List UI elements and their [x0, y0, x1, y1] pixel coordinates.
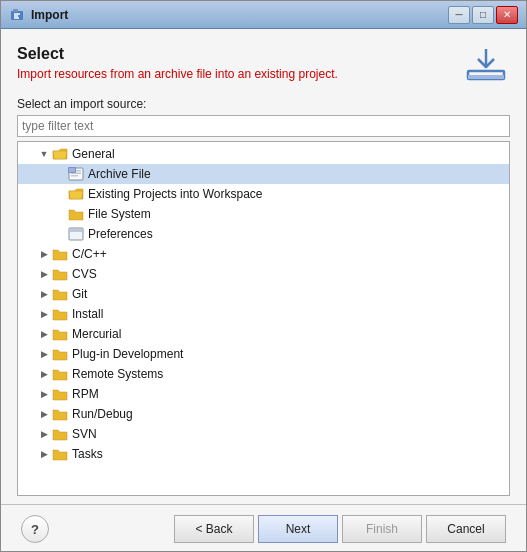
- tree-item-label-plugin-dev: Plug-in Development: [72, 347, 183, 361]
- page-subtitle: Import resources from an archive file in…: [17, 67, 462, 81]
- tree-list[interactable]: ▼ General: [18, 142, 509, 495]
- folder-install-icon: [52, 307, 68, 321]
- tree-item-install[interactable]: ▶ Install: [18, 304, 509, 324]
- svg-rect-12: [69, 168, 75, 172]
- preferences-icon: [68, 227, 84, 241]
- tree-item-existing-projects[interactable]: Existing Projects into Workspace: [18, 184, 509, 204]
- next-button[interactable]: Next: [258, 515, 338, 543]
- tree-item-label-run-debug: Run/Debug: [72, 407, 133, 421]
- cancel-button[interactable]: Cancel: [426, 515, 506, 543]
- expand-icon-cpp: ▶: [38, 248, 50, 260]
- expand-icon-mercurial: ▶: [38, 328, 50, 340]
- tree-item-rpm[interactable]: ▶ RPM: [18, 384, 509, 404]
- folder-cvs-icon: [52, 267, 68, 281]
- tree-item-label-cpp: C/C++: [72, 247, 107, 261]
- svg-rect-1: [13, 9, 18, 12]
- svg-rect-6: [468, 75, 504, 79]
- tree-item-label-preferences: Preferences: [88, 227, 153, 241]
- folder-tasks-icon: [52, 447, 68, 461]
- tree-item-label-mercurial: Mercurial: [72, 327, 121, 341]
- tree-item-plugin-dev[interactable]: ▶ Plug-in Development: [18, 344, 509, 364]
- tree-item-cvs[interactable]: ▶ CVS: [18, 264, 509, 284]
- help-button[interactable]: ?: [21, 515, 49, 543]
- svg-rect-14: [70, 229, 82, 232]
- header-section: Select Import resources from an archive …: [17, 45, 510, 85]
- tree-item-archive-file[interactable]: Archive File: [18, 164, 509, 184]
- folder-rpm-icon: [52, 387, 68, 401]
- tree-item-label-general: General: [72, 147, 115, 161]
- expand-icon-plugin-dev: ▶: [38, 348, 50, 360]
- folder-remote-systems-icon: [52, 367, 68, 381]
- finish-button[interactable]: Finish: [342, 515, 422, 543]
- tree-item-label-archive-file: Archive File: [88, 167, 151, 181]
- folder-plugin-dev-icon: [52, 347, 68, 361]
- tree-item-label-git: Git: [72, 287, 87, 301]
- tree-item-label-file-system: File System: [88, 207, 151, 221]
- folder-svn-icon: [52, 427, 68, 441]
- bottom-section: ? < Back Next Finish Cancel: [17, 496, 510, 543]
- tree-item-label-remote-systems: Remote Systems: [72, 367, 163, 381]
- tree-item-label-svn: SVN: [72, 427, 97, 441]
- file-system-icon: [68, 207, 84, 221]
- tree-item-remote-systems[interactable]: ▶ Remote Systems: [18, 364, 509, 384]
- tree-item-svn[interactable]: ▶ SVN: [18, 424, 509, 444]
- tree-item-label-tasks: Tasks: [72, 447, 103, 461]
- window-controls: ─ □ ✕: [448, 6, 518, 24]
- filter-input[interactable]: [17, 115, 510, 137]
- folder-git-icon: [52, 287, 68, 301]
- expand-icon-git: ▶: [38, 288, 50, 300]
- tree-item-tasks[interactable]: ▶ Tasks: [18, 444, 509, 464]
- title-bar: Import ─ □ ✕: [1, 1, 526, 29]
- tree-item-label-existing-projects: Existing Projects into Workspace: [88, 187, 263, 201]
- header-text: Select Import resources from an archive …: [17, 45, 462, 81]
- folder-mercurial-icon: [52, 327, 68, 341]
- expand-icon-run-debug: ▶: [38, 408, 50, 420]
- tree-container: ▼ General: [17, 141, 510, 496]
- tree-item-git[interactable]: ▶ Git: [18, 284, 509, 304]
- tree-item-label-install: Install: [72, 307, 103, 321]
- expand-icon-remote-systems: ▶: [38, 368, 50, 380]
- close-button[interactable]: ✕: [496, 6, 518, 24]
- window-title: Import: [31, 8, 448, 22]
- back-button[interactable]: < Back: [174, 515, 254, 543]
- import-dialog: Import ─ □ ✕ Select Import resources fro…: [0, 0, 527, 552]
- tree-item-run-debug[interactable]: ▶ Run/Debug: [18, 404, 509, 424]
- archive-file-icon: [68, 167, 84, 181]
- expand-icon-install: ▶: [38, 308, 50, 320]
- tree-item-preferences[interactable]: Preferences: [18, 224, 509, 244]
- expand-icon-cvs: ▶: [38, 268, 50, 280]
- tree-item-mercurial[interactable]: ▶ Mercurial: [18, 324, 509, 344]
- folder-run-debug-icon: [52, 407, 68, 421]
- tree-item-label-cvs: CVS: [72, 267, 97, 281]
- minimize-button[interactable]: ─: [448, 6, 470, 24]
- page-title: Select: [17, 45, 462, 63]
- divider: [1, 504, 526, 505]
- existing-projects-icon: [68, 187, 84, 201]
- svg-rect-10: [71, 175, 78, 177]
- tree-item-cpp[interactable]: ▶ C/C++: [18, 244, 509, 264]
- content-area: Select Import resources from an archive …: [1, 29, 526, 551]
- restore-button[interactable]: □: [472, 6, 494, 24]
- tree-item-label-rpm: RPM: [72, 387, 99, 401]
- expand-icon-tasks: ▶: [38, 448, 50, 460]
- expand-icon-svn: ▶: [38, 428, 50, 440]
- button-row: ? < Back Next Finish Cancel: [17, 515, 510, 543]
- tree-item-general[interactable]: ▼ General: [18, 144, 509, 164]
- expand-icon-rpm: ▶: [38, 388, 50, 400]
- folder-open-icon: [52, 147, 68, 161]
- tree-item-file-system[interactable]: File System: [18, 204, 509, 224]
- source-label: Select an import source:: [17, 97, 510, 111]
- folder-cpp-icon: [52, 247, 68, 261]
- import-icon: [462, 45, 510, 85]
- window-icon: [9, 7, 25, 23]
- expand-icon-general: ▼: [38, 148, 50, 160]
